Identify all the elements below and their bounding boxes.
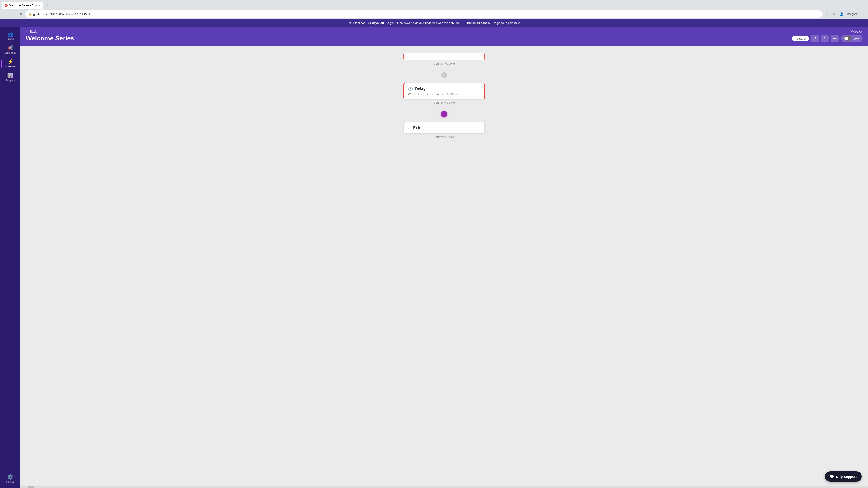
toggle-knob (844, 37, 848, 40)
bookmark-icon[interactable]: ☆ (824, 11, 830, 17)
exit-node-title: Exit (413, 126, 420, 130)
tab-bar: D Welcome Series - Drip ✕ + (0, 0, 868, 9)
exit-node-inner: ✓ Exit (404, 123, 485, 133)
profile-icon[interactable]: 👤 (838, 11, 845, 17)
main-content: ← Back Moodjoy Welcome Series To-do: 0 ↺… (20, 27, 868, 488)
settings-icon: ⚙️ (7, 475, 13, 480)
page-header: ← Back Moodjoy Welcome Series To-do: 0 ↺… (20, 27, 868, 46)
browser-menu-icon[interactable]: ⋮ (860, 11, 866, 17)
tab-favicon: D (4, 4, 8, 7)
add-step-button-1[interactable]: + (441, 72, 447, 78)
workflow-container: 0 current / 0 done + 🕐 Delay Wait 5 days… (399, 53, 489, 140)
top-card-stats: 0 current / 0 done (434, 60, 455, 67)
tab-title: Welcome Series - Drip (9, 4, 37, 7)
back-label: Back (30, 30, 37, 33)
delay-clock-icon: 🕐 (408, 87, 413, 92)
back-arrow-icon: ← (26, 30, 29, 33)
sidebar-label-workflows: Workflows (5, 65, 16, 68)
browser-chrome: D Welcome Series - Drip ✕ + ← → ↻ 🔒 getd… (0, 0, 868, 19)
sidebar-item-people[interactable]: 👥 People (1, 30, 19, 42)
analytics-icon: 📊 (7, 73, 13, 78)
toggle-label: OFF (854, 37, 860, 40)
sidebar-item-workflows[interactable]: ⚡ Workflows (1, 57, 19, 70)
redo-button[interactable]: ↻ (821, 35, 829, 42)
sidebar-label-settings: Settings (6, 481, 14, 483)
connector-1: + (444, 67, 444, 83)
todo-badge[interactable]: To-do: 0 (792, 36, 809, 41)
add-step-button-2[interactable]: + (441, 111, 447, 117)
delay-node-stats: 0 current / 0 done (434, 99, 455, 106)
campaigns-icon: 📢 (7, 46, 13, 51)
exit-node-card[interactable]: ✓ Exit (403, 122, 485, 134)
app-layout: 👥 People 📢 Campaigns ⚡ Workflows 📊 Analy… (0, 27, 868, 488)
back-nav-button[interactable]: ← (2, 11, 8, 17)
active-tab[interactable]: D Welcome Series - Drip ✕ (2, 2, 43, 9)
sidebar-label-people: People (6, 38, 13, 40)
back-link[interactable]: ← Back (26, 30, 37, 33)
toggle-off-button[interactable]: OFF (841, 35, 863, 42)
app-wrapper: Your trial has 14 days left to go. All t… (0, 19, 868, 488)
scroll-thumb (28, 486, 34, 488)
url-text: getdrip.com/7641396/workflows/516121561 (33, 12, 90, 16)
trial-limit-bold: 100 email sends. (467, 21, 490, 25)
exit-node-stats: 0 current / 0 done (434, 134, 455, 140)
horizontal-scrollbar[interactable] (20, 486, 868, 488)
trial-text-before: Your trial has (348, 21, 365, 25)
delay-node-inner: 🕐 Delay Wait 5 days, then resume at 10:0… (404, 84, 485, 99)
reload-button[interactable]: ↻ (18, 11, 24, 17)
address-bar[interactable]: 🔒 getdrip.com/7641396/workflows/51612156… (25, 10, 823, 18)
trial-banner: Your trial has 14 days left to go. All t… (0, 19, 868, 27)
delay-node-card[interactable]: 🕐 Delay Wait 5 days, then resume at 10:0… (403, 83, 485, 99)
incognito-label: Incognito (846, 11, 859, 17)
toggle-switch (844, 36, 852, 41)
delay-node-title: Delay (415, 87, 426, 91)
workflows-icon: ⚡ (7, 59, 13, 64)
exit-check-icon: ✓ (408, 126, 411, 130)
browser-nav-right: ☆ ⊞ 👤 Incognito ⋮ (824, 11, 866, 17)
more-options-button[interactable]: ••• (831, 35, 839, 42)
delay-node-subtitle: Wait 5 days, then resume at 10:00 am (408, 92, 480, 96)
trial-text-middle: to go. All the power is at your fingerti… (386, 21, 464, 25)
header-top: ← Back Moodjoy (26, 30, 863, 33)
forward-nav-button[interactable]: → (10, 11, 16, 17)
drip-support-button[interactable]: 💬 Drip Support (825, 471, 862, 482)
undo-button[interactable]: ↺ (811, 35, 819, 42)
sidebar-item-analytics[interactable]: 📊 Analytics (1, 71, 19, 84)
connector-2: + (444, 106, 444, 122)
tab-close-button[interactable]: ✕ (38, 4, 40, 7)
drip-support-label: Drip Support (836, 475, 857, 479)
top-partial-inner (404, 53, 485, 60)
support-chat-icon: 💬 (830, 475, 834, 479)
top-partial-card[interactable] (403, 53, 485, 60)
sidebar-item-campaigns[interactable]: 📢 Campaigns (1, 43, 19, 56)
sidebar-label-campaigns: Campaigns (4, 52, 16, 54)
exit-node-header: ✓ Exit (408, 126, 480, 130)
sidebar: 👥 People 📢 Campaigns ⚡ Workflows 📊 Analy… (0, 27, 20, 488)
workflow-canvas[interactable]: 0 current / 0 done + 🕐 Delay Wait 5 days… (20, 46, 868, 488)
trial-days-bold: 14 days left (368, 21, 384, 25)
window-controls-icon[interactable]: ⊞ (831, 11, 837, 17)
delay-node-header: 🕐 Delay (408, 87, 480, 92)
security-lock-icon: 🔒 (29, 12, 32, 15)
header-controls: To-do: 0 ↺ ↻ ••• OFF (792, 35, 863, 42)
sidebar-label-analytics: Analytics (6, 79, 15, 82)
upgrade-link[interactable]: Upgrade to paid now (493, 21, 520, 25)
page-title: Welcome Series (26, 35, 74, 42)
account-name: Moodjoy (850, 30, 863, 33)
sidebar-item-settings[interactable]: ⚙️ Settings (1, 473, 19, 485)
new-tab-button[interactable]: + (44, 2, 50, 8)
page-title-row: Welcome Series To-do: 0 ↺ ↻ ••• OFF (26, 35, 863, 42)
browser-navigation: ← → ↻ 🔒 getdrip.com/7641396/workflows/51… (0, 9, 868, 19)
people-icon: 👥 (7, 32, 13, 37)
